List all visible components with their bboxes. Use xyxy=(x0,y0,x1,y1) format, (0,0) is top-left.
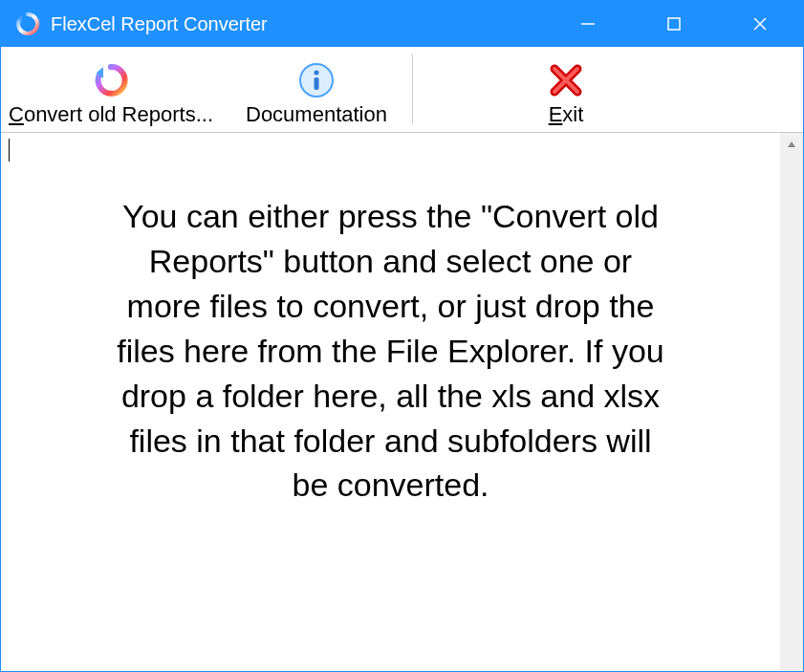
exit-button-label: Exit xyxy=(549,103,584,126)
instructions-text: You can either press the "Convert old Re… xyxy=(7,137,774,527)
toolbar: Convert old Reports... Documentation Exi… xyxy=(1,47,803,133)
refresh-icon xyxy=(92,59,130,101)
convert-button-label: Convert old Reports... xyxy=(9,103,213,126)
minimize-button[interactable] xyxy=(545,1,631,47)
maximize-button[interactable] xyxy=(631,1,717,47)
exit-button[interactable]: Exit xyxy=(413,47,719,132)
documentation-button-label: Documentation xyxy=(246,103,387,126)
drop-area[interactable]: You can either press the "Convert old Re… xyxy=(1,133,780,671)
convert-old-reports-button[interactable]: Convert old Reports... xyxy=(1,47,221,132)
scroll-up-arrow-icon[interactable] xyxy=(780,133,803,156)
close-x-icon xyxy=(547,59,585,101)
info-icon xyxy=(297,59,336,101)
svg-rect-2 xyxy=(668,18,680,30)
vertical-scrollbar[interactable] xyxy=(780,133,803,671)
titlebar: FlexCel Report Converter xyxy=(1,1,803,47)
text-caret xyxy=(9,139,10,162)
documentation-button[interactable]: Documentation xyxy=(221,47,412,132)
content-wrap: You can either press the "Convert old Re… xyxy=(1,133,803,671)
svg-rect-8 xyxy=(315,77,319,90)
svg-marker-9 xyxy=(788,141,795,147)
window-title: FlexCel Report Converter xyxy=(51,13,268,35)
close-button[interactable] xyxy=(717,1,803,47)
app-icon xyxy=(14,11,41,37)
svg-point-7 xyxy=(315,70,319,75)
